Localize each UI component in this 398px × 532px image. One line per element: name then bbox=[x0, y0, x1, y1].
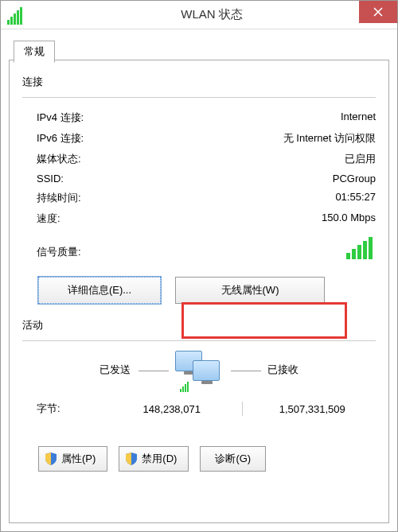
dash-icon: ——— bbox=[231, 363, 259, 376]
shield-icon bbox=[126, 452, 137, 465]
activity-section: 活动 已发送 ——— ——— 已接收 字节: bbox=[22, 318, 376, 419]
close-button[interactable] bbox=[359, 1, 397, 23]
sent-label: 已发送 bbox=[100, 363, 131, 377]
bytes-sent-value: 148,238,071 bbox=[108, 403, 236, 415]
disable-button-label: 禁用(D) bbox=[142, 452, 177, 466]
row-media: 媒体状态: 已启用 bbox=[22, 149, 376, 169]
ipv6-value: 无 Internet 访问权限 bbox=[283, 131, 376, 146]
received-label: 已接收 bbox=[267, 363, 298, 377]
ssid-label: SSID: bbox=[37, 173, 64, 184]
bottom-buttons: 属性(P) 禁用(D) 诊断(G) bbox=[38, 446, 376, 472]
ssid-value: PCGroup bbox=[333, 173, 376, 184]
network-activity-icon bbox=[175, 351, 223, 389]
row-ipv4: IPv4 连接: Internet bbox=[22, 107, 376, 128]
tab-container: 常规 连接 IPv4 连接: Internet IPv6 连接: 无 Inter… bbox=[9, 41, 389, 523]
ipv4-label: IPv4 连接: bbox=[37, 111, 84, 125]
details-button-label: 详细信息(E)... bbox=[68, 284, 131, 296]
media-value: 已启用 bbox=[345, 152, 376, 166]
ipv6-label: IPv6 连接: bbox=[37, 131, 84, 146]
diagnose-button[interactable]: 诊断(G) bbox=[200, 446, 266, 472]
row-speed: 速度: 150.0 Mbps bbox=[22, 208, 376, 229]
row-ssid: SSID: PCGroup bbox=[22, 169, 376, 188]
row-ipv6: IPv6 连接: 无 Internet 访问权限 bbox=[22, 128, 376, 149]
connection-section-title: 连接 bbox=[22, 75, 376, 89]
properties-button[interactable]: 属性(P) bbox=[38, 446, 107, 472]
divider bbox=[22, 97, 376, 98]
speed-value: 150.0 Mbps bbox=[322, 212, 376, 226]
bytes-row: 字节: 148,238,071 1,507,331,509 bbox=[22, 397, 376, 419]
window-title: WLAN 状态 bbox=[26, 7, 397, 22]
close-icon bbox=[373, 7, 383, 17]
ipv4-value: Internet bbox=[341, 111, 376, 125]
properties-button-label: 属性(P) bbox=[61, 452, 96, 466]
titlebar: WLAN 状态 bbox=[1, 1, 397, 29]
activity-graphic: 已发送 ——— ——— 已接收 bbox=[22, 351, 376, 389]
row-duration: 持续时间: 01:55:27 bbox=[22, 188, 376, 208]
row-signal: 信号质量: bbox=[22, 229, 376, 264]
window-body: 常规 连接 IPv4 连接: Internet IPv6 连接: 无 Inter… bbox=[1, 29, 397, 531]
diagnose-button-label: 诊断(G) bbox=[215, 452, 251, 466]
tab-panel: 连接 IPv4 连接: Internet IPv6 连接: 无 Internet… bbox=[9, 60, 389, 523]
bytes-label: 字节: bbox=[37, 402, 108, 416]
vertical-divider bbox=[242, 402, 243, 416]
tab-general[interactable]: 常规 bbox=[14, 41, 55, 63]
signal-label: 信号质量: bbox=[37, 245, 81, 259]
activity-section-title: 活动 bbox=[22, 318, 376, 332]
disable-button[interactable]: 禁用(D) bbox=[119, 446, 189, 472]
divider bbox=[22, 340, 376, 341]
wireless-properties-button[interactable]: 无线属性(W) bbox=[175, 277, 325, 304]
duration-value: 01:55:27 bbox=[335, 191, 376, 205]
speed-label: 速度: bbox=[37, 212, 60, 226]
details-button[interactable]: 详细信息(E)... bbox=[38, 277, 161, 304]
duration-label: 持续时间: bbox=[37, 191, 81, 205]
wlan-status-window: WLAN 状态 常规 连接 IPv4 连接: Internet IPv6 连接:… bbox=[0, 0, 398, 532]
shield-icon bbox=[45, 452, 57, 465]
bytes-received-value: 1,507,331,509 bbox=[249, 403, 377, 415]
signal-quality-icon bbox=[346, 237, 373, 259]
connection-buttons: 详细信息(E)... 无线属性(W) bbox=[38, 277, 376, 304]
media-label: 媒体状态: bbox=[37, 152, 81, 166]
wireless-properties-label: 无线属性(W) bbox=[221, 284, 279, 296]
dash-icon: ——— bbox=[139, 363, 167, 376]
wifi-signal-icon bbox=[7, 6, 26, 25]
